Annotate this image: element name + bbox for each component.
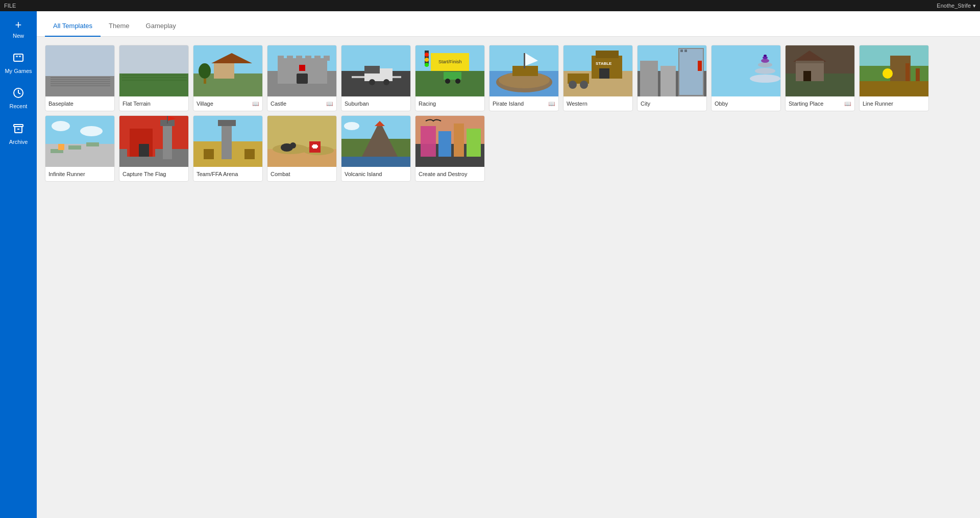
sidebar: + New My Games Recent Archive <box>0 11 37 518</box>
template-card-flat-terrain[interactable]: Flat Terrain <box>119 45 189 111</box>
title-bar: FILE Enothe_Strife ▾ <box>0 0 980 11</box>
svg-rect-32 <box>324 56 330 61</box>
template-name-volcanic-island: Volcanic Island <box>345 171 382 177</box>
template-card-village[interactable]: Village 📖 <box>193 45 263 111</box>
thumbnail-racing: Start/Finish <box>415 45 485 96</box>
sidebar-item-new[interactable]: + New <box>0 11 37 45</box>
book-icon-castle: 📖 <box>326 101 333 107</box>
template-card-suburban[interactable]: Suburban <box>341 45 411 111</box>
template-name-capture-the-flag: Capture The Flag <box>122 171 166 177</box>
svg-point-104 <box>52 121 70 131</box>
svg-rect-20 <box>214 63 234 79</box>
svg-rect-102 <box>86 142 99 146</box>
thumbnail-line-runner <box>860 45 929 96</box>
template-name-create-and-destroy: Create and Destroy <box>419 171 467 177</box>
template-card-western[interactable]: STABLE Western <box>563 45 633 111</box>
svg-point-80 <box>755 68 775 74</box>
sidebar-mygames-label: My Games <box>5 68 32 75</box>
tab-all-templates[interactable]: All Templates <box>45 16 101 37</box>
svg-rect-13 <box>119 45 189 73</box>
svg-rect-10 <box>51 81 110 82</box>
thumbnail-team-ffa-arena <box>193 116 263 167</box>
svg-rect-27 <box>278 56 284 61</box>
template-card-volcanic-island[interactable]: Volcanic Island <box>341 115 411 182</box>
sidebar-item-archive[interactable]: Archive <box>0 116 37 152</box>
svg-rect-97 <box>916 68 920 81</box>
thumbnail-obby <box>712 45 781 96</box>
svg-rect-8 <box>51 77 110 78</box>
template-card-baseplate[interactable]: Baseplate <box>45 45 115 111</box>
svg-rect-63 <box>596 51 619 58</box>
template-card-starting-place[interactable]: Starting Place 📖 <box>785 45 855 111</box>
svg-rect-9 <box>51 79 110 80</box>
app-body: + New My Games Recent Archive All Templa… <box>0 11 980 518</box>
template-name-obby: Obby <box>715 101 728 107</box>
template-name-western: Western <box>567 101 587 107</box>
svg-rect-28 <box>287 56 293 61</box>
svg-point-129 <box>290 142 296 149</box>
svg-rect-14 <box>119 73 189 96</box>
username: Enothe_Strife <box>937 3 971 9</box>
template-card-team-ffa-arena[interactable]: Team/FFA Arena <box>193 115 263 182</box>
thumbnail-flat-terrain <box>119 45 189 96</box>
svg-point-41 <box>383 79 389 85</box>
svg-point-50 <box>425 53 429 57</box>
svg-rect-120 <box>244 149 255 159</box>
svg-rect-29 <box>296 56 302 61</box>
template-name-combat: Combat <box>271 171 290 177</box>
sidebar-item-recent[interactable]: Recent <box>0 81 37 116</box>
thumbnail-infinite-runner <box>45 116 115 167</box>
svg-rect-15 <box>122 75 187 76</box>
svg-rect-4 <box>14 125 23 127</box>
thumbnail-combat <box>267 116 337 167</box>
template-name-line-runner: Line Runner <box>863 101 893 107</box>
thumbnail-city <box>638 45 707 96</box>
user-info[interactable]: Enothe_Strife ▾ <box>937 3 976 9</box>
sidebar-item-my-games[interactable]: My Games <box>0 45 37 81</box>
thumbnail-baseplate <box>45 45 115 96</box>
svg-point-81 <box>758 62 772 67</box>
sidebar-recent-label: Recent <box>10 103 28 110</box>
svg-point-95 <box>883 68 893 79</box>
thumbnail-castle <box>267 45 337 96</box>
template-name-team-ffa-arena: Team/FFA Arena <box>197 171 238 177</box>
template-card-capture-the-flag[interactable]: Capture The Flag <box>119 115 189 182</box>
template-name-infinite-runner: Infinite Runner <box>48 171 85 177</box>
svg-point-52 <box>425 63 429 67</box>
svg-rect-12 <box>51 85 110 86</box>
svg-rect-0 <box>14 54 23 61</box>
thumbnail-starting-place <box>786 45 855 96</box>
template-card-combat[interactable]: Combat <box>267 115 337 182</box>
template-card-line-runner[interactable]: Line Runner <box>859 45 929 111</box>
template-name-suburban: Suburban <box>345 101 369 107</box>
content-area: All Templates Theme Gameplay <box>37 11 980 518</box>
svg-point-105 <box>80 126 103 136</box>
template-card-infinite-runner[interactable]: Infinite Runner <box>45 115 115 182</box>
svg-rect-39 <box>364 66 380 73</box>
svg-rect-58 <box>524 53 525 68</box>
template-card-castle[interactable]: Castle 📖 <box>267 45 337 111</box>
template-card-city[interactable]: City <box>637 45 707 111</box>
svg-point-23 <box>199 63 211 79</box>
template-card-racing[interactable]: Start/Finish Racin <box>415 45 485 111</box>
templates-area: Baseplate Flat <box>37 37 980 518</box>
tab-gameplay[interactable]: Gameplay <box>138 16 184 37</box>
template-card-obby[interactable]: Obby <box>711 45 781 111</box>
svg-point-68 <box>580 81 588 89</box>
clock-icon <box>12 87 24 101</box>
svg-rect-117 <box>222 121 232 159</box>
template-card-pirate-island[interactable]: Pirate Island 📖 <box>489 45 559 111</box>
thumbnail-village <box>193 45 263 96</box>
template-name-flat-terrain: Flat Terrain <box>122 101 151 107</box>
file-menu[interactable]: FILE <box>4 3 16 9</box>
svg-rect-31 <box>314 56 321 61</box>
svg-rect-34 <box>299 65 305 71</box>
svg-rect-46 <box>444 72 461 80</box>
template-name-city: City <box>641 101 650 107</box>
svg-rect-65 <box>599 68 609 79</box>
tab-theme[interactable]: Theme <box>101 16 137 37</box>
svg-rect-138 <box>421 126 436 157</box>
svg-rect-6 <box>45 45 115 76</box>
template-card-create-and-destroy[interactable]: Create and Destroy <box>415 115 485 182</box>
svg-rect-118 <box>218 120 236 126</box>
